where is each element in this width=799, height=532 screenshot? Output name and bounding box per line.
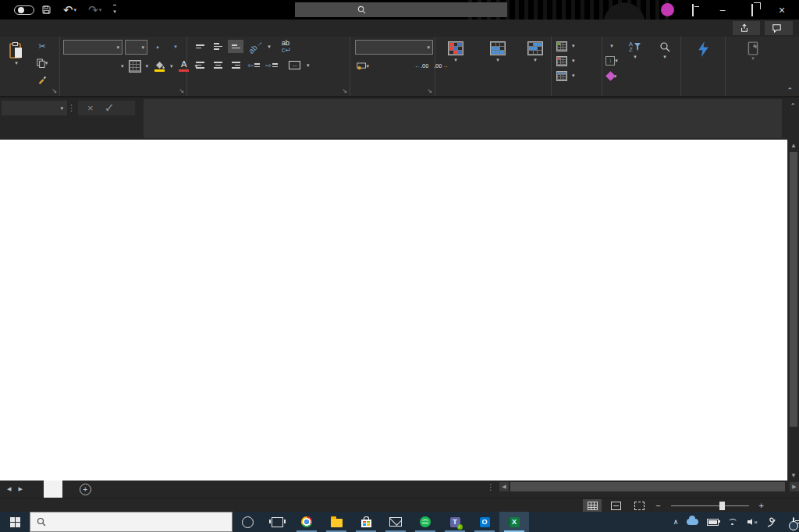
sort-filter-button[interactable]: AZ ▾ (621, 39, 649, 83)
horizontal-scrollbar[interactable]: ⋮ ◀ ▶ (487, 481, 799, 492)
vertical-scrollbar[interactable]: ▲ ▼ (787, 140, 799, 481)
collapse-ribbon-button[interactable]: ⌃ (787, 87, 793, 94)
action-center-button[interactable] (793, 518, 794, 527)
scroll-up-arrow[interactable]: ▲ (788, 140, 799, 151)
start-button[interactable] (0, 512, 30, 532)
undo-button[interactable]: ↶▾ (59, 3, 81, 17)
prev-sheet-arrow[interactable]: ◀ (0, 486, 18, 492)
font-dialog-launcher[interactable]: ↘ (179, 87, 184, 94)
format-painter-button[interactable] (34, 73, 50, 86)
enter-button[interactable]: ✓ (105, 101, 115, 115)
clipboard-dialog-launcher[interactable]: ↘ (51, 87, 57, 94)
number-format-combo[interactable]: ▾ (355, 40, 433, 55)
taskbar-app-store[interactable] (351, 512, 381, 532)
name-box[interactable]: ▾ (2, 101, 67, 115)
copy-button[interactable]: ▾ (34, 56, 50, 69)
find-select-button[interactable]: ▾ (651, 39, 679, 83)
italic-button[interactable] (83, 59, 99, 73)
customize-quick-access-button[interactable]: ▾ (108, 5, 121, 15)
decrease-indent-button[interactable]: ⇦ (246, 59, 261, 72)
normal-view-button[interactable] (583, 499, 602, 512)
underline-button[interactable] (102, 59, 118, 73)
middle-align-button[interactable] (210, 40, 225, 53)
volume-muted-icon[interactable]: × (745, 519, 758, 526)
vertical-scroll-thumb[interactable] (790, 152, 797, 427)
ideas-button[interactable] (681, 39, 725, 57)
scrollbar-resizer[interactable]: ⋮ (487, 483, 495, 491)
borders-dropdown[interactable]: ▾ (146, 63, 149, 69)
align-left-button[interactable] (192, 59, 208, 72)
new-sheet-button[interactable]: + (80, 484, 91, 495)
cell-styles-button[interactable]: ▾ (520, 39, 551, 83)
minimize-button[interactable]: – (712, 5, 733, 16)
cancel-button[interactable]: × (87, 102, 94, 114)
cut-button[interactable]: ✂ (34, 40, 50, 53)
orientation-button[interactable]: ab→ (246, 40, 265, 53)
shrink-font-button[interactable]: ▾ (168, 40, 183, 53)
battery-icon[interactable] (707, 519, 719, 526)
zoom-slider[interactable] (671, 505, 749, 506)
scroll-down-arrow[interactable]: ▼ (788, 470, 799, 481)
save-button[interactable] (37, 5, 56, 15)
taskbar-search[interactable] (30, 512, 233, 532)
bold-button[interactable] (65, 59, 80, 73)
increase-indent-button[interactable]: ⇨ (264, 59, 279, 72)
zoom-out-button[interactable]: − (653, 501, 662, 510)
number-dialog-launcher[interactable]: ↘ (427, 87, 432, 94)
maximize-button[interactable] (741, 5, 763, 16)
fill-button[interactable]: ↓▾ (604, 55, 620, 67)
wrap-text-button[interactable]: abc↵ (280, 40, 296, 53)
paste-button[interactable]: ▾ (2, 39, 31, 66)
close-button[interactable]: × (771, 4, 793, 16)
taskbar-app-excel[interactable]: X (499, 512, 529, 532)
zoom-slider-thumb[interactable] (719, 502, 725, 510)
windows-ink-icon[interactable] (766, 517, 776, 527)
font-size-combo[interactable]: ▾ (125, 40, 147, 55)
comma-style-button[interactable] (394, 59, 410, 73)
align-center-button[interactable] (210, 59, 225, 72)
align-right-button[interactable] (228, 59, 243, 72)
horizontal-scroll-thumb[interactable] (510, 482, 785, 491)
wifi-icon[interactable] (727, 519, 737, 526)
orientation-dropdown[interactable]: ▾ (268, 44, 271, 50)
taskbar-app-outlook[interactable]: O (470, 512, 499, 532)
increase-decimal-button[interactable]: ←.00 (414, 59, 429, 73)
formula-bar-collapse-button[interactable]: ⌃ (790, 102, 796, 110)
bottom-align-button[interactable] (228, 40, 243, 53)
format-as-table-button[interactable]: ▾ (479, 39, 517, 83)
scroll-left-arrow[interactable]: ◀ (499, 482, 509, 491)
grow-font-button[interactable]: ▴ (150, 40, 165, 53)
avatar[interactable] (661, 3, 674, 16)
borders-button[interactable] (127, 59, 143, 73)
comments-button[interactable] (765, 21, 793, 35)
taskbar-app-file-explorer[interactable] (321, 512, 351, 532)
underline-dropdown[interactable]: ▾ (121, 63, 124, 69)
name-box-resizer[interactable]: ⋮ (67, 103, 76, 113)
tray-expand-icon[interactable]: ∧ (673, 518, 679, 526)
taskbar-app-teams[interactable]: T✓ (440, 512, 470, 532)
fill-color-button[interactable] (151, 59, 167, 73)
share-button[interactable] (733, 21, 760, 35)
delete-cells-button[interactable]: ▾ (555, 55, 598, 67)
conditional-formatting-button[interactable]: ▾ (435, 39, 476, 83)
next-sheet-arrow[interactable]: ▶ (18, 486, 29, 492)
taskbar-app-cortana[interactable] (233, 512, 262, 532)
clear-button[interactable]: ▾ (604, 70, 620, 83)
page-layout-view-button[interactable] (606, 499, 625, 512)
scroll-right-arrow[interactable]: ▶ (790, 482, 799, 491)
taskbar-app-spotify[interactable] (410, 512, 440, 532)
search-box[interactable] (295, 2, 507, 17)
zoom-in-button[interactable]: + (757, 501, 766, 510)
ribbon-display-options-button[interactable] (682, 5, 704, 16)
alignment-dialog-launcher[interactable]: ↘ (342, 87, 347, 94)
accounting-format-button[interactable]: ▾ (355, 59, 371, 73)
merge-center-button[interactable]: ↔ ▾ (287, 59, 311, 72)
redo-button[interactable]: ↷▾ (83, 3, 106, 17)
fill-color-dropdown[interactable]: ▾ (170, 63, 173, 69)
formula-input[interactable] (144, 99, 782, 138)
taskbar-app-mail[interactable] (381, 512, 410, 532)
onedrive-icon[interactable] (687, 519, 698, 525)
taskbar-app-chrome[interactable] (292, 512, 321, 532)
autosave-toggle[interactable] (14, 5, 34, 15)
taskbar-app-task-view[interactable] (262, 512, 292, 532)
